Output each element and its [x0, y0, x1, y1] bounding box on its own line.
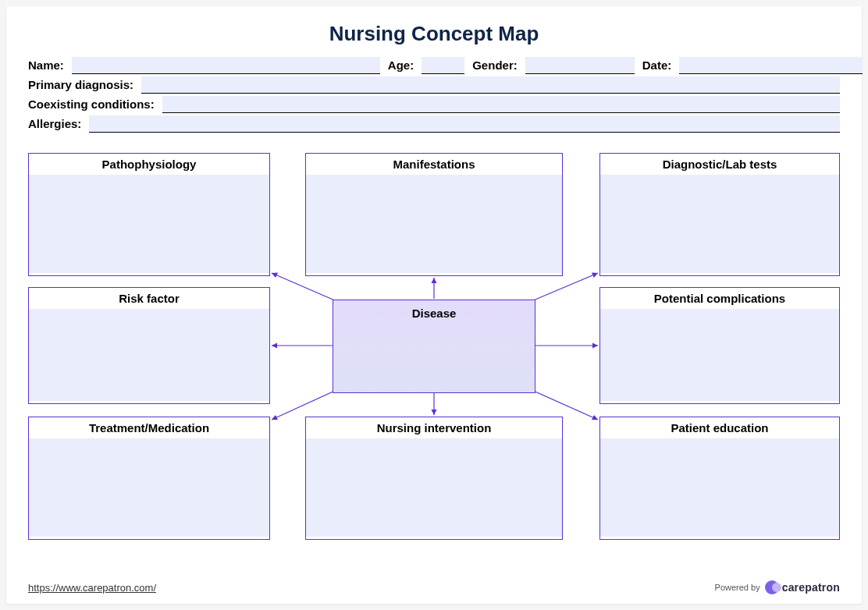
box-potential-complications-body[interactable] [600, 309, 839, 401]
svg-line-4 [272, 273, 336, 301]
box-treatment-medication-title: Treatment/Medication [29, 417, 269, 438]
allergies-label: Allergies: [28, 115, 81, 133]
box-disease-title: Disease [333, 300, 535, 325]
box-pathophysiology[interactable]: Pathophysiology [28, 153, 270, 276]
svg-line-7 [532, 390, 598, 420]
primary-dx-label: Primary diagnosis: [28, 76, 133, 94]
box-manifestations[interactable]: Manifestations [305, 153, 563, 276]
box-nursing-intervention-title: Nursing intervention [306, 417, 562, 438]
footer: https://www.carepatron.com/ Powered by c… [28, 580, 840, 594]
box-pathophysiology-title: Pathophysiology [29, 154, 269, 175]
name-label: Name: [28, 57, 64, 74]
age-label: Age: [388, 57, 414, 74]
box-nursing-intervention[interactable]: Nursing intervention [305, 417, 563, 540]
box-diagnostic-lab-body[interactable] [600, 175, 839, 273]
brand-name: carepatron [782, 581, 840, 594]
box-diagnostic-lab-title: Diagnostic/Lab tests [600, 154, 839, 175]
page-container: Nursing Concept Map Name: Age: Gender: D… [6, 6, 862, 604]
box-diagnostic-lab[interactable]: Diagnostic/Lab tests [599, 153, 840, 276]
page-title: Nursing Concept Map [28, 22, 840, 46]
brand-logo: carepatron [765, 580, 840, 594]
box-nursing-intervention-body[interactable] [306, 438, 562, 537]
box-manifestations-body[interactable] [306, 175, 562, 273]
box-potential-complications[interactable]: Potential complications [599, 287, 840, 404]
powered-by-label: Powered by [715, 583, 760, 592]
svg-line-6 [272, 390, 336, 420]
coexisting-field[interactable] [162, 96, 840, 113]
primary-dx-field[interactable] [141, 76, 840, 94]
info-row-1: Name: Age: Gender: Date: [28, 57, 840, 74]
date-label: Date: [642, 57, 672, 74]
box-disease-center[interactable]: Disease [333, 300, 535, 393]
box-patient-education-body[interactable] [600, 438, 839, 537]
allergies-field[interactable] [89, 115, 840, 133]
info-row-4: Allergies: [28, 115, 840, 133]
date-field[interactable] [679, 57, 863, 74]
box-risk-factor[interactable]: Risk factor [28, 287, 270, 404]
info-row-2: Primary diagnosis: [28, 76, 840, 94]
box-manifestations-title: Manifestations [306, 154, 562, 175]
age-field[interactable] [422, 57, 464, 74]
brand-logo-icon [765, 580, 779, 594]
svg-line-5 [532, 273, 598, 301]
box-pathophysiology-body[interactable] [29, 175, 269, 273]
box-treatment-medication-body[interactable] [29, 438, 269, 537]
box-patient-education[interactable]: Patient education [599, 417, 840, 540]
box-potential-complications-title: Potential complications [600, 288, 839, 309]
footer-url-link[interactable]: https://www.carepatron.com/ [28, 582, 156, 594]
gender-field[interactable] [525, 57, 635, 74]
coexisting-label: Coexisting conditions: [28, 96, 155, 113]
footer-powered: Powered by carepatron [715, 580, 840, 594]
box-treatment-medication[interactable]: Treatment/Medication [28, 417, 270, 540]
concept-map-area: Pathophysiology Manifestations Diagnosti… [28, 147, 840, 560]
info-row-3: Coexisting conditions: [28, 96, 840, 113]
box-risk-factor-body[interactable] [29, 309, 269, 401]
name-field[interactable] [72, 57, 380, 74]
box-risk-factor-title: Risk factor [29, 288, 269, 309]
gender-label: Gender: [472, 57, 518, 74]
box-patient-education-title: Patient education [600, 417, 839, 438]
